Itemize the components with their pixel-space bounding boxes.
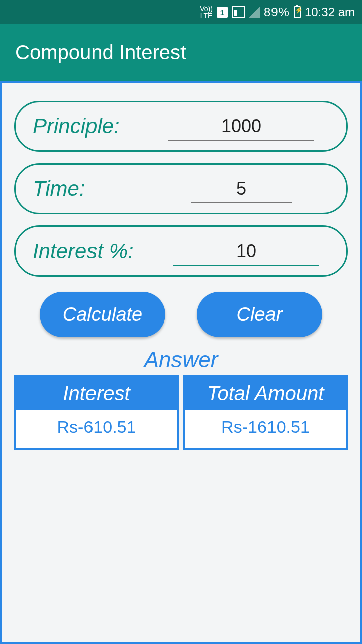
time-field: Time: xyxy=(14,163,348,214)
interest-box: Interest Rs-610.51 xyxy=(14,375,179,450)
answer-title: Answer xyxy=(14,347,348,372)
button-row: Calculate Clear xyxy=(14,292,348,337)
signal-tri-icon xyxy=(249,7,260,18)
time-input[interactable] xyxy=(191,174,292,203)
principle-field: Principle: xyxy=(14,101,348,152)
time-label: Time: xyxy=(33,177,153,201)
result-row: Interest Rs-610.51 Total Amount Rs-1610.… xyxy=(14,375,348,450)
interest-head: Interest xyxy=(16,377,177,410)
total-head: Total Amount xyxy=(185,377,346,410)
sim-icon: 1 xyxy=(217,7,228,18)
signal-icon xyxy=(232,6,245,18)
battery-icon xyxy=(294,6,301,18)
content-area: Principle: Time: Interest %: Calculate C… xyxy=(0,80,362,644)
total-value: Rs-1610.51 xyxy=(185,410,346,448)
rate-input[interactable] xyxy=(173,236,319,266)
principle-label: Principle: xyxy=(33,114,153,138)
interest-value: Rs-610.51 xyxy=(16,410,177,448)
rate-field: Interest %: xyxy=(14,225,348,277)
principle-input[interactable] xyxy=(168,112,314,141)
app-bar: Compound Interest xyxy=(0,24,362,80)
page-title: Compound Interest xyxy=(15,41,186,64)
clear-button[interactable]: Clear xyxy=(197,292,322,337)
rate-label: Interest %: xyxy=(33,239,163,263)
volte-icon: Vo)) LTE xyxy=(200,5,213,19)
status-time: 10:32 am xyxy=(305,5,355,19)
calculate-button[interactable]: Calculate xyxy=(40,292,165,337)
status-bar: Vo)) LTE 1 89% 10:32 am xyxy=(0,0,362,24)
total-box: Total Amount Rs-1610.51 xyxy=(183,375,348,450)
battery-percent: 89% xyxy=(264,5,290,19)
